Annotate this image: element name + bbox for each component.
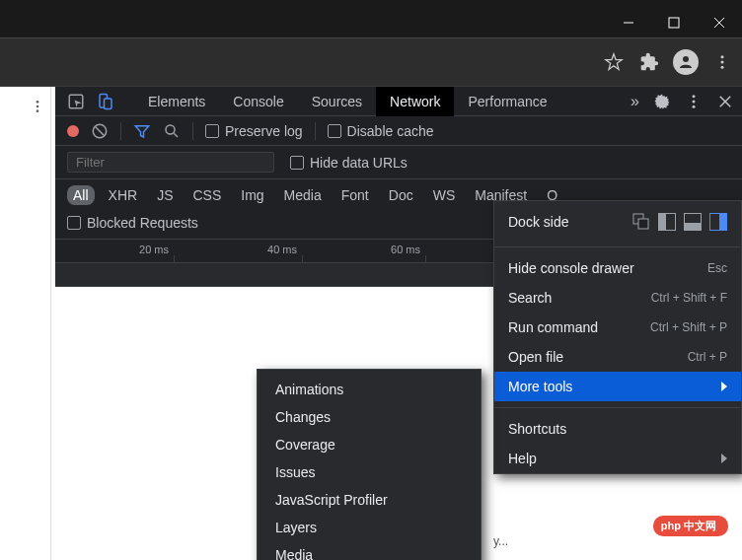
watermark-badge: php 中文网 [653, 516, 728, 536]
svg-point-16 [693, 105, 696, 107]
checkbox-icon [67, 216, 81, 230]
type-all[interactable]: All [67, 185, 95, 205]
truncated-text: y... [493, 534, 508, 548]
close-icon[interactable] [716, 93, 734, 110]
tab-network[interactable]: Network [376, 87, 454, 116]
type-font[interactable]: Font [335, 185, 375, 205]
tab-console[interactable]: Console [219, 87, 297, 116]
devtools-tabs: Elements Console Sources Network Perform… [55, 87, 742, 116]
preserve-log-label: Preserve log [225, 123, 303, 139]
minimize-button[interactable] [606, 8, 651, 37]
sub-issues[interactable]: Issues [258, 458, 481, 486]
type-js[interactable]: JS [151, 185, 179, 205]
more-tools-submenu: Animations Changes Coverage Issues JavaS… [257, 369, 482, 560]
page-edge [0, 87, 55, 560]
filter-icon[interactable] [133, 122, 151, 140]
svg-point-6 [721, 61, 724, 64]
type-doc[interactable]: Doc [383, 185, 419, 205]
type-xhr[interactable]: XHR [103, 185, 144, 205]
checkbox-icon [205, 124, 219, 138]
hide-data-urls-checkbox[interactable]: Hide data URLs [290, 155, 408, 171]
sub-js-profiler[interactable]: JavaScript Profiler [258, 486, 481, 514]
type-img[interactable]: Img [235, 185, 269, 205]
menu-run-command[interactable]: Run command Ctrl + Shift + P [494, 313, 741, 342]
device-toggle-icon[interactable] [97, 93, 114, 110]
disable-cache-label: Disable cache [347, 123, 434, 139]
svg-rect-24 [638, 219, 648, 229]
separator [315, 122, 316, 140]
checkbox-icon [328, 124, 341, 138]
clear-icon[interactable] [91, 122, 109, 140]
star-icon[interactable] [602, 50, 626, 74]
tick-40ms: 40 ms [267, 244, 297, 255]
kebab-icon[interactable] [685, 93, 703, 110]
separator [120, 122, 121, 140]
separator [192, 122, 193, 140]
chevron-right-icon [721, 454, 727, 463]
svg-point-14 [693, 95, 696, 98]
dock-left-icon[interactable] [658, 213, 676, 231]
menu-search[interactable]: Search Ctrl + Shift + F [494, 283, 741, 313]
menu-shortcuts[interactable]: Shortcuts [494, 414, 741, 444]
dock-bottom-icon[interactable] [684, 213, 702, 231]
close-button[interactable] [697, 8, 742, 37]
network-toolbar: Preserve log Disable cache [55, 116, 742, 146]
devtools-panel: Elements Console Sources Network Perform… [0, 87, 742, 560]
dock-undock-icon[interactable] [632, 213, 650, 231]
gear-icon[interactable] [653, 93, 671, 110]
more-tabs-icon[interactable]: » [631, 93, 639, 110]
tab-sources[interactable]: Sources [298, 87, 376, 116]
hide-data-urls-label: Hide data URLs [310, 155, 408, 171]
sub-layers[interactable]: Layers [258, 514, 481, 541]
window-titlebar [0, 0, 742, 37]
dock-side-label: Dock side [508, 214, 568, 230]
menu-open-file[interactable]: Open file Ctrl + P [494, 342, 741, 372]
browser-toolbar [0, 37, 742, 87]
dock-side-row: Dock side [494, 201, 741, 241]
svg-point-8 [37, 101, 39, 104]
menu-hide-console[interactable]: Hide console drawer Esc [494, 253, 741, 283]
record-button[interactable] [67, 125, 79, 137]
svg-point-5 [721, 55, 724, 58]
disable-cache-checkbox[interactable]: Disable cache [328, 123, 434, 139]
separator [494, 407, 741, 408]
sub-media[interactable]: Media [258, 541, 481, 560]
checkbox-icon [290, 156, 304, 170]
chevron-right-icon [721, 382, 727, 391]
type-media[interactable]: Media [278, 185, 328, 205]
svg-point-21 [166, 125, 175, 134]
svg-point-10 [37, 109, 39, 112]
tab-elements[interactable]: Elements [134, 87, 219, 116]
extensions-icon[interactable] [637, 50, 661, 74]
tick-60ms: 60 ms [391, 244, 420, 255]
blocked-requests-label: Blocked Requests [87, 215, 198, 231]
menu-more-tools[interactable]: More tools [494, 372, 741, 401]
inspect-icon[interactable] [67, 93, 85, 110]
svg-rect-13 [105, 99, 112, 109]
dock-right-icon[interactable] [709, 213, 727, 231]
kebab-icon[interactable] [30, 99, 45, 114]
tab-performance[interactable]: Performance [454, 87, 560, 116]
filter-input[interactable] [67, 152, 274, 173]
type-ws[interactable]: WS [427, 185, 462, 205]
svg-point-4 [683, 56, 689, 62]
profile-avatar[interactable] [673, 49, 699, 75]
search-icon[interactable] [163, 122, 181, 140]
tick-20ms: 20 ms [139, 244, 169, 255]
svg-point-7 [721, 66, 724, 69]
preserve-log-checkbox[interactable]: Preserve log [205, 123, 303, 139]
filter-row: Hide data URLs [55, 146, 742, 179]
kebab-menu-icon[interactable] [710, 50, 734, 74]
svg-line-22 [174, 133, 178, 137]
menu-help[interactable]: Help [494, 444, 741, 473]
devtools-context-menu: Dock side Hide console drawer Esc Search… [493, 200, 742, 474]
svg-line-20 [96, 126, 105, 135]
sub-changes[interactable]: Changes [258, 403, 481, 431]
blocked-requests-checkbox[interactable]: Blocked Requests [67, 215, 198, 231]
svg-rect-1 [669, 18, 679, 28]
sub-coverage[interactable]: Coverage [258, 431, 481, 458]
maximize-button[interactable] [651, 8, 697, 37]
type-css[interactable]: CSS [186, 185, 227, 205]
separator [494, 246, 741, 247]
sub-animations[interactable]: Animations [258, 376, 481, 403]
